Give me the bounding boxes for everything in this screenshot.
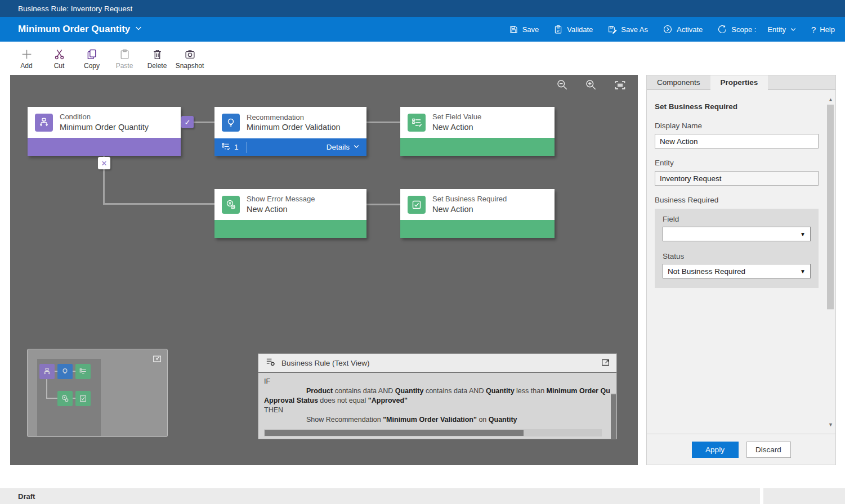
rule-name-dropdown[interactable]: Minimum Order Quantity bbox=[18, 24, 142, 35]
activate-button[interactable]: Activate bbox=[663, 24, 703, 34]
minimap-node-condition bbox=[39, 364, 55, 379]
node-name: New Action bbox=[432, 204, 507, 214]
command-actions: Save Validate Save As Activate Scope : E… bbox=[509, 24, 835, 34]
save-as-label: Save As bbox=[621, 25, 648, 34]
node-set-business-required[interactable]: Set Business Required New Action bbox=[400, 189, 555, 238]
scope-selector[interactable]: Scope : Entity bbox=[717, 24, 797, 34]
app-root: Business Rule: Inventory Request Minimum… bbox=[0, 0, 845, 504]
scope-value: Entity bbox=[767, 25, 786, 34]
scroll-up-icon[interactable]: ▲ bbox=[827, 97, 834, 102]
recommendation-icon bbox=[222, 114, 240, 132]
help-label: Help bbox=[820, 25, 835, 34]
rule-text-icon bbox=[265, 357, 276, 370]
validate-button[interactable]: Validate bbox=[553, 25, 593, 34]
show-error-message-icon bbox=[222, 196, 240, 214]
snapshot-button[interactable]: Snapshot bbox=[173, 42, 206, 70]
fit-to-screen-button[interactable] bbox=[612, 78, 627, 92]
rule-name: Minimum Order Quantity bbox=[18, 24, 130, 35]
save-button[interactable]: Save bbox=[509, 25, 539, 34]
true-branch-badge[interactable]: ✓ bbox=[181, 116, 194, 128]
tab-components[interactable]: Components bbox=[647, 75, 710, 89]
zoom-out-button[interactable] bbox=[555, 78, 570, 92]
show-error-color-bar bbox=[214, 220, 366, 238]
node-type: Set Field Value bbox=[432, 112, 481, 122]
panel-scroll-thumb[interactable] bbox=[827, 105, 834, 309]
business-required-label: Business Required bbox=[655, 196, 718, 204]
node-show-error-message[interactable]: Show Error Message New Action bbox=[214, 189, 366, 238]
status-bar: Draft bbox=[0, 488, 845, 504]
hscroll-thumb[interactable] bbox=[265, 430, 524, 436]
status-select[interactable]: Not Business Required ▼ bbox=[663, 264, 811, 278]
status-label: Status bbox=[663, 252, 684, 260]
copy-button[interactable]: Copy bbox=[75, 42, 108, 70]
properties-panel: Components Properties Set Business Requi… bbox=[646, 75, 836, 465]
help-button[interactable]: ? Help bbox=[811, 25, 835, 34]
node-type: Show Error Message bbox=[247, 195, 315, 204]
properties-heading: Set Business Required bbox=[655, 102, 737, 111]
vscroll-thumb[interactable] bbox=[611, 394, 616, 439]
text-view-lines: IFProduct contains data AND Quantity con… bbox=[264, 377, 610, 425]
save-as-button[interactable]: Save As bbox=[607, 25, 648, 34]
page-title: Business Rule: Inventory Request bbox=[18, 4, 132, 13]
minimap[interactable] bbox=[27, 349, 168, 437]
text-view-body: IFProduct contains data AND Quantity con… bbox=[258, 373, 616, 439]
chevron-down-icon bbox=[790, 26, 797, 33]
save-label: Save bbox=[522, 25, 539, 34]
text-view-vscrollbar[interactable] bbox=[611, 393, 616, 439]
minimap-node-recommendation bbox=[57, 364, 73, 379]
minimap-collapse-icon[interactable] bbox=[152, 354, 162, 364]
minimap-line bbox=[46, 379, 47, 398]
node-type: Condition bbox=[60, 112, 149, 122]
add-icon bbox=[21, 48, 33, 60]
discard-button[interactable]: Discard bbox=[746, 442, 791, 458]
connector-line bbox=[103, 203, 214, 205]
set-field-value-color-bar bbox=[400, 138, 555, 156]
condition-color-bar bbox=[28, 138, 181, 156]
divider bbox=[247, 142, 247, 153]
set-business-required-color-bar bbox=[400, 220, 555, 238]
select-caret-icon: ▼ bbox=[800, 231, 806, 237]
design-canvas[interactable]: Condition Minimum Order Quantity ✓ ✕ Rec… bbox=[10, 75, 638, 465]
text-view-title: Business Rule (Text View) bbox=[281, 359, 370, 367]
node-recommendation[interactable]: Recommendation Minimum Order Validation … bbox=[214, 107, 366, 156]
scope-label: Scope : bbox=[731, 25, 756, 34]
apply-button[interactable]: Apply bbox=[692, 442, 739, 458]
panel-scrollbar[interactable]: ▲ ▼ bbox=[827, 97, 834, 429]
recommendation-details-bar[interactable]: 1 Details bbox=[214, 138, 366, 156]
cut-button[interactable]: Cut bbox=[43, 42, 75, 70]
false-branch-badge[interactable]: ✕ bbox=[98, 157, 110, 169]
paste-button[interactable]: Paste bbox=[108, 42, 141, 70]
field-select[interactable]: ▼ bbox=[663, 227, 811, 241]
node-type: Recommendation bbox=[247, 113, 341, 122]
chevron-down-icon bbox=[353, 143, 360, 151]
tab-properties[interactable]: Properties bbox=[710, 75, 768, 90]
add-button[interactable]: Add bbox=[10, 42, 43, 70]
minimap-line bbox=[46, 398, 57, 399]
minimap-node-show-error bbox=[57, 391, 73, 406]
node-condition[interactable]: Condition Minimum Order Quantity bbox=[28, 107, 181, 156]
delete-icon bbox=[151, 48, 163, 60]
scroll-down-icon[interactable]: ▼ bbox=[827, 422, 834, 428]
connector-line bbox=[366, 204, 400, 205]
entity-input[interactable] bbox=[655, 171, 819, 186]
status-bar-right bbox=[763, 488, 845, 504]
delete-button[interactable]: Delete bbox=[141, 42, 173, 70]
copy-icon bbox=[86, 48, 98, 60]
save-as-icon bbox=[607, 25, 617, 34]
snapshot-icon bbox=[184, 48, 196, 60]
scope-icon bbox=[717, 24, 727, 34]
display-name-input[interactable] bbox=[655, 134, 819, 148]
chevron-down-icon bbox=[135, 24, 142, 35]
activate-label: Activate bbox=[677, 25, 703, 34]
text-view-hscrollbar[interactable] bbox=[264, 429, 602, 436]
details-label: Details bbox=[327, 143, 350, 151]
status-bar-left: Draft bbox=[0, 488, 760, 504]
command-bar: Minimum Order Quantity Save Validate Sav… bbox=[0, 17, 845, 42]
zoom-in-button[interactable] bbox=[584, 78, 598, 92]
node-set-field-value[interactable]: Set Field Value New Action bbox=[400, 107, 555, 156]
popout-icon[interactable] bbox=[601, 357, 611, 370]
node-name: New Action bbox=[432, 122, 481, 132]
display-name-label: Display Name bbox=[655, 122, 702, 130]
status-select-value: Not Business Required bbox=[668, 267, 745, 276]
text-view-panel: Business Rule (Text View) IFProduct cont… bbox=[258, 353, 617, 439]
